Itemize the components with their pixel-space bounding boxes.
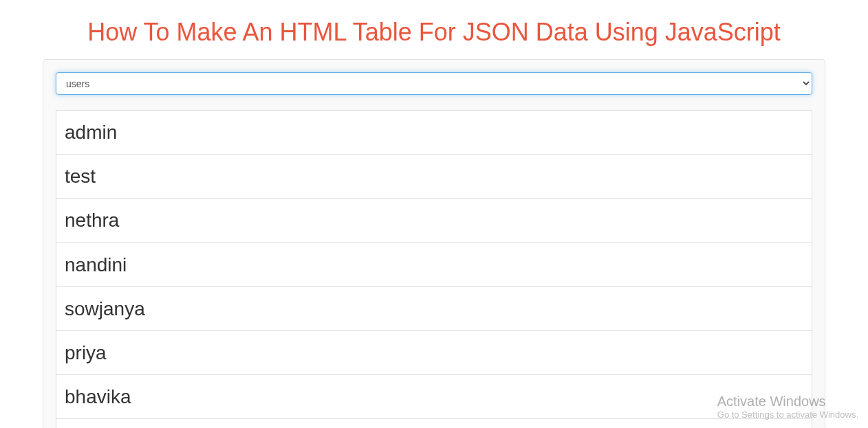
- table-cell: test: [56, 155, 812, 199]
- table-cell: priyanshi: [56, 419, 812, 428]
- data-select[interactable]: users: [56, 72, 812, 95]
- table-row: nethra: [56, 199, 812, 243]
- page-title: How To Make An HTML Table For JSON Data …: [0, 0, 868, 59]
- table-cell: nandini: [56, 243, 812, 286]
- table-cell: sowjanya: [56, 286, 812, 330]
- main-panel: users admin test nethra nandini sowjanya…: [43, 59, 825, 428]
- table-row: sowjanya: [56, 286, 812, 330]
- data-table: admin test nethra nandini sowjanya priya…: [56, 110, 812, 428]
- table-cell: nethra: [56, 199, 812, 243]
- table-row: priya: [56, 330, 812, 374]
- table-row: bhavika: [56, 375, 812, 419]
- table-row: admin: [56, 111, 812, 155]
- table-cell: priya: [56, 330, 812, 374]
- table-cell: bhavika: [56, 375, 812, 419]
- table-row: test: [56, 155, 812, 199]
- table-row: priyanshi: [56, 419, 812, 428]
- select-container: users: [56, 72, 812, 95]
- table-row: nandini: [56, 243, 812, 286]
- table-cell: admin: [56, 111, 812, 155]
